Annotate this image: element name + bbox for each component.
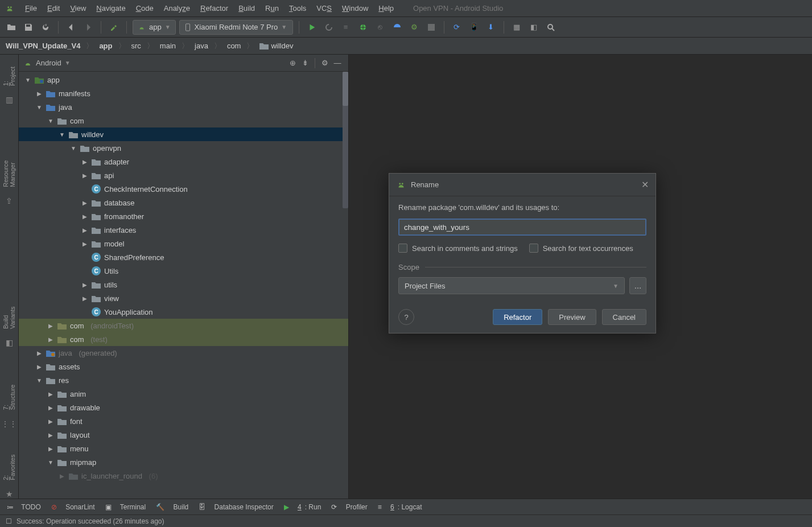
folder-icon[interactable]: ▥ xyxy=(6,95,13,104)
menu-tools[interactable]: Tools xyxy=(285,2,311,15)
forward-icon[interactable] xyxy=(81,20,95,34)
menu-code[interactable]: Code xyxy=(131,2,158,15)
close-icon[interactable]: ✕ xyxy=(641,179,649,190)
menu-run[interactable]: Run xyxy=(261,2,283,15)
target-icon[interactable]: ⊕ xyxy=(286,59,299,67)
tab-run[interactable]: ▶ 4: Run xyxy=(284,503,321,511)
sidebar-build-variants[interactable]: Build Variants xyxy=(2,289,16,332)
tree-node-font[interactable]: ▶font xyxy=(19,414,348,428)
star-icon[interactable]: ★ xyxy=(6,489,13,499)
hide-icon[interactable]: — xyxy=(331,59,344,67)
apply-changes-icon[interactable] xyxy=(322,20,336,34)
menu-help[interactable]: Help xyxy=(374,2,398,15)
layout-inspector-icon[interactable]: ▦ xyxy=(510,20,524,34)
tab-profiler[interactable]: ⟳ Profiler xyxy=(331,503,367,511)
tree-node-iclauncher[interactable]: ▶ic_launcher_round (6) xyxy=(19,469,348,483)
run-icon[interactable] xyxy=(305,20,319,34)
tree-node-assets[interactable]: ▶assets xyxy=(19,360,348,373)
tree-node-com-test[interactable]: ▶com (test) xyxy=(19,332,348,346)
module-combo[interactable]: app ▼ xyxy=(133,20,176,35)
crumb-project[interactable]: Will_VPN_Update_V4 xyxy=(6,42,80,50)
tree-node-api[interactable]: ▶api xyxy=(19,168,348,182)
help-button[interactable]: ? xyxy=(398,309,414,325)
tree-node-com[interactable]: ▼com xyxy=(19,114,348,127)
tree-node-database[interactable]: ▶database xyxy=(19,196,348,209)
hammer-icon[interactable] xyxy=(107,20,121,34)
cancel-button[interactable]: Cancel xyxy=(602,309,646,325)
project-tree[interactable]: ▼app ▶manifests ▼java ▼com ▼willdev ▼ope… xyxy=(19,72,348,499)
menu-view[interactable]: View xyxy=(65,2,90,15)
stop-icon[interactable] xyxy=(424,20,438,34)
tree-node-youapp[interactable]: CYouApplication xyxy=(19,305,348,319)
tree-node-manifests[interactable]: ▶manifests xyxy=(19,87,348,100)
sync-icon[interactable]: ⟳ xyxy=(450,20,464,34)
tab-sonarlint[interactable]: ⊘ SonarLint xyxy=(51,503,95,511)
scope-combo[interactable]: Project Files ▼ xyxy=(398,277,625,294)
tree-node-checkinternet[interactable]: CCheckInternetConnection xyxy=(19,182,348,196)
app-inspection-icon[interactable]: ⚙ xyxy=(407,20,421,34)
rename-input[interactable] xyxy=(398,219,646,236)
project-mode-label[interactable]: Android xyxy=(36,59,61,67)
attach-debugger-icon[interactable]: ⎋ xyxy=(373,20,387,34)
menu-navigate[interactable]: Navigate xyxy=(92,2,130,15)
device-combo[interactable]: Xiaomi Redmi Note 7 Pro ▼ xyxy=(179,20,293,35)
tree-node-utils-pkg[interactable]: ▶utils xyxy=(19,278,348,291)
chevron-down-icon[interactable]: ▼ xyxy=(65,60,71,66)
tree-node-model[interactable]: ▶model xyxy=(19,237,348,250)
preview-button[interactable]: Preview xyxy=(548,309,596,325)
debug-icon[interactable] xyxy=(356,20,370,34)
coverage-icon[interactable]: ≡ xyxy=(339,20,353,34)
save-icon[interactable] xyxy=(22,20,35,34)
gear-icon[interactable]: ⚙ xyxy=(319,59,331,67)
checkbox-search-comments[interactable]: Search in comments and strings xyxy=(398,244,518,253)
tree-node-com-androidtest[interactable]: ▶com (androidTest) xyxy=(19,319,348,332)
tree-node-java-gen[interactable]: ▶java (generated) xyxy=(19,346,348,360)
menu-vcs[interactable]: VCS xyxy=(312,2,336,15)
share-icon[interactable]: ⇪ xyxy=(6,196,13,205)
sidebar-favorites[interactable]: 2: Favorites xyxy=(2,445,16,484)
tree-node-utils-class[interactable]: CUtils xyxy=(19,264,348,278)
breadcrumb[interactable]: Will_VPN_Update_V4 〉 app 〉 src 〉 main 〉 … xyxy=(6,41,293,51)
sidebar-structure[interactable]: 7: Structure xyxy=(2,375,16,413)
tree-node-drawable[interactable]: ▶drawable xyxy=(19,401,348,414)
avd-manager-icon[interactable]: 📱 xyxy=(467,20,481,34)
checkbox-search-text[interactable]: Search for text occurrences xyxy=(529,244,633,253)
menu-analyze[interactable]: Analyze xyxy=(159,2,195,15)
menu-file[interactable]: File xyxy=(20,2,42,15)
scrollbar-thumb[interactable] xyxy=(343,72,348,106)
crumb-com[interactable]: com xyxy=(227,42,241,50)
collapse-icon[interactable]: ⇟ xyxy=(299,59,311,67)
open-icon[interactable] xyxy=(5,20,18,34)
refresh-icon[interactable] xyxy=(39,20,52,34)
tree-node-menu[interactable]: ▶menu xyxy=(19,442,348,455)
tab-build[interactable]: 🔨 Build xyxy=(156,503,188,511)
menu-edit[interactable]: Edit xyxy=(43,2,64,15)
tab-terminal[interactable]: ▣ Terminal xyxy=(105,503,146,511)
refactor-button[interactable]: Refactor xyxy=(493,309,542,325)
tree-node-anim[interactable]: ▶anim xyxy=(19,387,348,401)
tree-node-openvpn[interactable]: ▼openvpn xyxy=(19,141,348,155)
tab-logcat[interactable]: ≡ 6: Logcat xyxy=(378,503,422,511)
structure-icon[interactable]: ⋮⋮ xyxy=(1,419,17,429)
crumb-app[interactable]: app xyxy=(99,42,112,50)
back-icon[interactable] xyxy=(64,20,78,34)
sidebar-resource-manager[interactable]: Resource Manager xyxy=(2,132,16,191)
tree-node-fromanother[interactable]: ▶fromanother xyxy=(19,209,348,223)
tree-node-java[interactable]: ▼java xyxy=(19,100,348,114)
search-everywhere-icon[interactable] xyxy=(544,20,558,34)
tab-database-inspector[interactable]: 🗄 Database Inspector xyxy=(199,503,273,511)
tree-node-app[interactable]: ▼app xyxy=(19,73,348,87)
menu-window[interactable]: Window xyxy=(337,2,373,15)
tree-node-view[interactable]: ▶view xyxy=(19,291,348,305)
tree-node-interfaces[interactable]: ▶interfaces xyxy=(19,223,348,237)
profile-icon[interactable] xyxy=(390,20,404,34)
tree-node-adapter[interactable]: ▶adapter xyxy=(19,155,348,168)
crumb-java[interactable]: java xyxy=(195,42,208,50)
sidebar-project[interactable]: 1: Project xyxy=(2,57,16,89)
tree-node-layout[interactable]: ▶layout xyxy=(19,428,348,442)
statusbar-icon[interactable]: ☐ xyxy=(6,517,12,525)
scope-more-button[interactable]: … xyxy=(629,277,646,294)
crumb-src[interactable]: src xyxy=(131,42,141,50)
tree-node-willdev[interactable]: ▼willdev xyxy=(19,127,348,141)
menu-refactor[interactable]: Refactor xyxy=(196,2,233,15)
